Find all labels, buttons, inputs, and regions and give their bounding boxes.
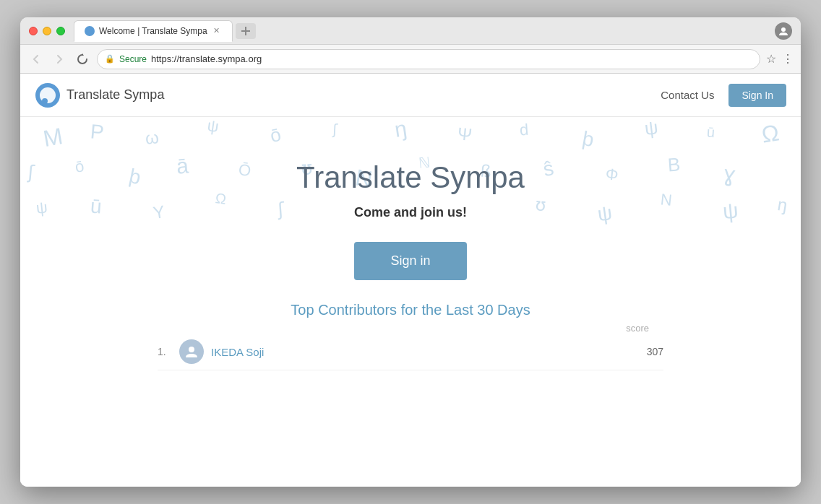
- contact-us-link[interactable]: Contact Us: [661, 89, 714, 101]
- new-tab-button[interactable]: [236, 23, 256, 39]
- menu-icon[interactable]: ⋮: [782, 52, 794, 66]
- table-row: 1. IKEDA Soji 307: [158, 334, 663, 370]
- secure-badge: Secure: [119, 54, 147, 64]
- site-title: Translate Sympa: [66, 87, 164, 103]
- hero-subtitle: Come and join us!: [354, 205, 467, 220]
- page-content: Translate Sympa Contact Us Sign In M P ω…: [20, 74, 801, 487]
- maximize-button[interactable]: [56, 27, 65, 35]
- svg-point-7: [189, 347, 194, 352]
- url-text: https://translate.sympa.org: [151, 53, 262, 64]
- tab-close-icon[interactable]: ✕: [212, 26, 222, 36]
- address-bar: 🔒 Secure https://translate.sympa.org ☆ ⋮: [20, 45, 801, 74]
- lock-icon: 🔒: [105, 54, 115, 64]
- score-label: score: [626, 323, 649, 334]
- contributors-title: Top Contributors for the Last 30 Days: [291, 302, 530, 318]
- profile-icon[interactable]: [775, 22, 792, 40]
- contributor-rank: 1.: [158, 346, 179, 357]
- svg-point-6: [42, 98, 48, 104]
- site-logo: Translate Sympa: [35, 82, 164, 108]
- forward-button[interactable]: [51, 51, 68, 68]
- contributors-section: Top Contributors for the Last 30 Days sc…: [20, 280, 801, 370]
- svg-point-3: [781, 27, 786, 32]
- title-bar: Welcome | Translate Sympa ✕: [20, 17, 801, 45]
- contributors-table-header: score: [158, 323, 663, 334]
- close-button[interactable]: [29, 27, 38, 35]
- svg-rect-2: [241, 30, 250, 32]
- logo-icon: [35, 82, 61, 108]
- site-nav: Contact Us Sign In: [661, 84, 786, 107]
- hero-content: Translate Sympa Come and join us! Sign i…: [296, 117, 525, 280]
- svg-point-0: [86, 27, 93, 35]
- contributor-name: IKEDA Soji: [211, 346, 647, 358]
- avatar: [179, 339, 204, 364]
- tab-bar: Welcome | Translate Sympa ✕: [74, 20, 775, 42]
- minimize-button[interactable]: [43, 27, 51, 35]
- sign-in-header-button[interactable]: Sign In: [728, 84, 786, 107]
- contributor-score: 307: [647, 346, 663, 357]
- back-button[interactable]: [27, 51, 45, 68]
- tab-title: Welcome | Translate Sympa: [99, 26, 207, 36]
- traffic-lights: [29, 27, 65, 35]
- tab-favicon: [85, 26, 95, 36]
- site-header: Translate Sympa Contact Us Sign In: [20, 74, 801, 117]
- url-bar[interactable]: 🔒 Secure https://translate.sympa.org: [97, 49, 760, 69]
- active-tab[interactable]: Welcome | Translate Sympa ✕: [74, 20, 233, 42]
- hero-title: Translate Sympa: [296, 160, 525, 195]
- hero-section: M P ω ψ ō ʃ ŋ Ψ d þ ψ ū Ω ʃ ō þ ā Ō ʊ N: [20, 117, 801, 487]
- bookmark-icon[interactable]: ☆: [766, 52, 776, 66]
- reload-button[interactable]: [74, 51, 91, 68]
- browser-window: Welcome | Translate Sympa ✕: [20, 17, 801, 487]
- sign-in-hero-button[interactable]: Sign in: [354, 242, 466, 280]
